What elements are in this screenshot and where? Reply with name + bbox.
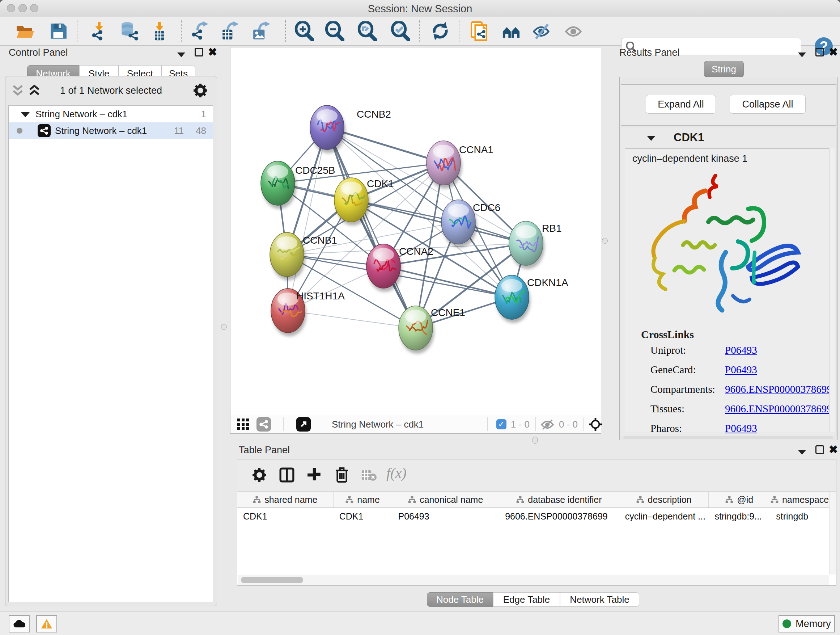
tab-node-table[interactable]: Node Table <box>427 592 493 607</box>
tab-network-table[interactable]: Network Table <box>560 592 639 607</box>
open-in-browser-icon[interactable] <box>296 417 311 432</box>
node-CCNB2[interactable]: CCNB2 <box>310 105 391 153</box>
birds-eye-crosshair-icon[interactable] <box>589 417 602 431</box>
table-cell[interactable]: CDK1 <box>237 508 333 524</box>
protein-section-collapse-icon[interactable] <box>647 136 655 141</box>
add-column-icon[interactable] <box>307 467 322 483</box>
crosslink-value-link[interactable]: 9606.ENSP00000378699 <box>725 403 832 415</box>
column-header-database-identifier[interactable]: database identifier <box>499 492 619 508</box>
results-panel-float-icon[interactable] <box>815 48 824 59</box>
grid-view-icon[interactable] <box>237 418 249 431</box>
crosslink-label: Tissues: <box>651 403 684 415</box>
results-tab-string[interactable]: String <box>704 61 744 78</box>
table-header-row[interactable]: shared namenamecanonical namedatabase id… <box>237 492 829 508</box>
expand-all-button[interactable]: Expand All <box>646 95 716 114</box>
table-cell[interactable]: stringdb:9... <box>709 508 770 524</box>
right-splitter-grip[interactable] <box>602 238 608 244</box>
import-network-database-icon[interactable] <box>120 21 139 41</box>
results-panel-close-icon[interactable]: ✖ <box>829 46 838 58</box>
collection-expander-icon[interactable] <box>21 109 30 120</box>
column-header-name[interactable]: name <box>333 492 393 508</box>
protein-name: CDK1 <box>674 131 704 144</box>
control-panel-float-icon[interactable] <box>195 48 203 59</box>
import-network-file-icon[interactable] <box>89 21 109 41</box>
node-CCNE1[interactable]: CCNE1 <box>399 306 465 354</box>
network-collection-row[interactable]: String Network – cdk1 1 <box>9 106 213 122</box>
column-header-namespace[interactable]: namespace <box>770 492 829 508</box>
zoom-in-icon[interactable] <box>294 21 314 41</box>
open-file-icon[interactable] <box>15 21 35 41</box>
zoom-out-icon[interactable] <box>325 21 344 41</box>
node-label-CCNA1: CCNA1 <box>459 144 493 155</box>
network-graph-canvas[interactable]: CCNB2CCNA1CDC25BCDK1CDC6RB1CCNB1CCNA2CDK… <box>231 48 601 415</box>
zoom-selected-icon[interactable] <box>391 21 410 41</box>
selected-nodes-checkbox[interactable]: ✓ <box>496 419 507 429</box>
collapse-all-button[interactable]: Collapse All <box>729 95 806 114</box>
network-view-title: String Network – cdk1 <box>332 419 424 430</box>
zoom-fit-icon[interactable] <box>357 21 377 41</box>
save-session-icon[interactable] <box>49 21 68 41</box>
network-row[interactable]: String Network – cdk1 11 48 <box>9 122 213 139</box>
column-header-shared-name[interactable]: shared name <box>237 492 333 508</box>
table-panel-collapse-icon[interactable] <box>798 447 806 457</box>
cloud-button[interactable] <box>9 615 30 632</box>
table-cell[interactable]: cyclin–dependent ... <box>619 508 709 524</box>
table-row[interactable]: CDK1CDK1P064939606.ENSP00000378699cyclin… <box>237 508 829 524</box>
network-share-view-icon[interactable] <box>256 417 271 432</box>
show-columns-icon[interactable] <box>279 467 294 483</box>
edge-HIST1H1A-CCNE1[interactable] <box>288 310 416 328</box>
crosslink-value-link[interactable]: 9606.ENSP00000378699 <box>725 383 832 395</box>
memory-button[interactable]: Memory <box>778 615 835 632</box>
results-horizontal-scrollbar[interactable] <box>623 436 833 439</box>
table-cell[interactable]: 9606.ENSP00000378699 <box>499 508 619 524</box>
bottom-splitter-grip[interactable] <box>532 437 538 444</box>
table-panel-title: Table Panel <box>239 445 290 456</box>
node-CCNA1[interactable]: CCNA1 <box>426 141 493 188</box>
crosslink-value-link[interactable]: P06493 <box>725 364 757 376</box>
export-image-icon[interactable] <box>252 21 271 41</box>
warnings-button[interactable] <box>36 615 57 632</box>
show-all-icon[interactable] <box>564 21 584 41</box>
node-CDC25B[interactable]: CDC25B <box>261 161 335 209</box>
network-edge-count: 48 <box>196 125 206 136</box>
node-HIST1H1A[interactable]: HIST1H1A <box>271 288 345 336</box>
delete-column-icon[interactable] <box>334 467 349 483</box>
results-buttons-box: Expand All Collapse All <box>621 84 836 126</box>
control-panel-close-icon[interactable]: ✖ <box>208 46 217 58</box>
refresh-icon[interactable] <box>431 21 450 41</box>
column-header-canonical-name[interactable]: canonical name <box>392 492 499 508</box>
column-type-icon <box>725 496 733 504</box>
control-panel-collapse-icon[interactable] <box>177 49 185 59</box>
results-panel-collapse-icon[interactable] <box>798 49 806 59</box>
node-CDC6[interactable]: CDC6 <box>441 200 500 248</box>
control-panel-gear-icon[interactable] <box>193 83 208 98</box>
left-splitter-grip[interactable] <box>221 324 227 330</box>
table-cell[interactable]: stringdb <box>770 508 829 524</box>
cloud-icon <box>13 619 25 628</box>
column-header--id[interactable]: @id <box>709 492 770 508</box>
import-table-icon[interactable] <box>150 21 169 41</box>
table-cell[interactable]: P06493 <box>392 508 499 524</box>
table-settings-gear-icon[interactable] <box>252 467 267 483</box>
node-CDKN1A[interactable]: CDKN1A <box>495 275 568 323</box>
table-panel-close-icon[interactable]: ✖ <box>829 443 838 456</box>
results-vertical-scrollbar[interactable] <box>829 149 835 432</box>
table-cell[interactable]: CDK1 <box>333 508 393 524</box>
node-RB1[interactable]: RB1 <box>509 221 561 269</box>
first-neighbors-icon[interactable] <box>501 21 521 41</box>
column-header-description[interactable]: description <box>619 492 709 508</box>
edge-CCNB2-HIST1H1A[interactable] <box>288 127 327 310</box>
crosslink-value-link[interactable]: P06493 <box>725 423 757 434</box>
node-label-CCNB1: CCNB1 <box>303 234 337 246</box>
crosslink-value-link[interactable]: P06493 <box>725 344 757 356</box>
table-vertical-scrollbar[interactable] <box>829 492 836 575</box>
table-panel-float-icon[interactable] <box>815 445 824 456</box>
export-network-icon[interactable] <box>190 21 210 41</box>
new-network-from-selection-icon[interactable] <box>470 21 489 41</box>
export-table-icon[interactable] <box>220 21 240 41</box>
node-label-HIST1H1A: HIST1H1A <box>296 290 345 302</box>
tab-edge-table[interactable]: Edge Table <box>493 592 560 607</box>
table-horizontal-scrollbar[interactable] <box>238 575 829 585</box>
hide-selected-icon[interactable] <box>532 21 552 41</box>
scrollbar-thumb[interactable] <box>241 577 303 583</box>
